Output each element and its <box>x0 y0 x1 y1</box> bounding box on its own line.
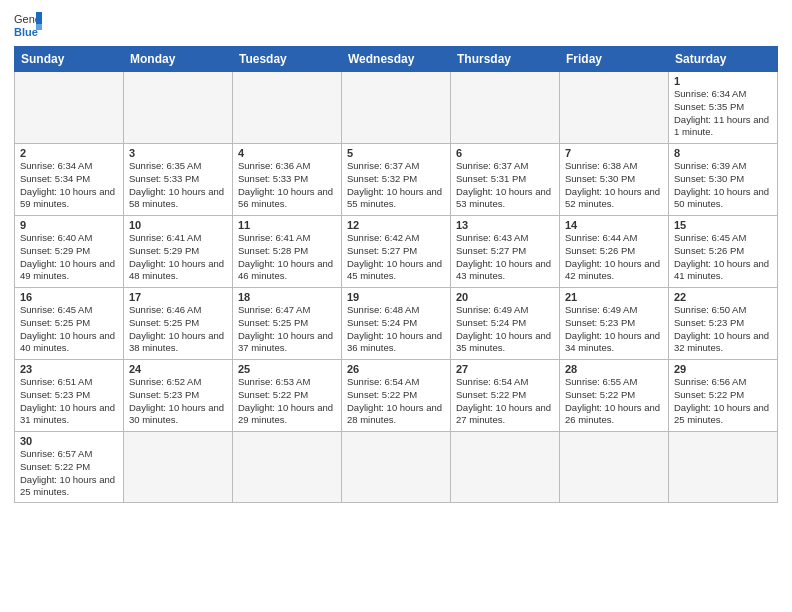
calendar-cell: 27Sunrise: 6:54 AM Sunset: 5:22 PM Dayli… <box>451 360 560 432</box>
day-info: Sunrise: 6:45 AM Sunset: 5:25 PM Dayligh… <box>20 304 118 355</box>
day-info: Sunrise: 6:41 AM Sunset: 5:29 PM Dayligh… <box>129 232 227 283</box>
day-number: 5 <box>347 147 445 159</box>
calendar-cell <box>124 432 233 503</box>
calendar-cell <box>124 72 233 144</box>
day-info: Sunrise: 6:37 AM Sunset: 5:31 PM Dayligh… <box>456 160 554 211</box>
day-number: 11 <box>238 219 336 231</box>
day-info: Sunrise: 6:56 AM Sunset: 5:22 PM Dayligh… <box>674 376 772 427</box>
day-number: 21 <box>565 291 663 303</box>
calendar-cell: 13Sunrise: 6:43 AM Sunset: 5:27 PM Dayli… <box>451 216 560 288</box>
calendar: SundayMondayTuesdayWednesdayThursdayFrid… <box>14 46 778 503</box>
calendar-cell: 2Sunrise: 6:34 AM Sunset: 5:34 PM Daylig… <box>15 144 124 216</box>
weekday-header-tuesday: Tuesday <box>233 47 342 72</box>
day-info: Sunrise: 6:37 AM Sunset: 5:32 PM Dayligh… <box>347 160 445 211</box>
calendar-cell: 15Sunrise: 6:45 AM Sunset: 5:26 PM Dayli… <box>669 216 778 288</box>
day-number: 30 <box>20 435 118 447</box>
day-info: Sunrise: 6:49 AM Sunset: 5:24 PM Dayligh… <box>456 304 554 355</box>
week-row-5: 23Sunrise: 6:51 AM Sunset: 5:23 PM Dayli… <box>15 360 778 432</box>
day-info: Sunrise: 6:54 AM Sunset: 5:22 PM Dayligh… <box>347 376 445 427</box>
svg-marker-2 <box>36 12 42 24</box>
day-number: 25 <box>238 363 336 375</box>
day-number: 26 <box>347 363 445 375</box>
week-row-4: 16Sunrise: 6:45 AM Sunset: 5:25 PM Dayli… <box>15 288 778 360</box>
day-number: 23 <box>20 363 118 375</box>
weekday-header-monday: Monday <box>124 47 233 72</box>
calendar-cell: 12Sunrise: 6:42 AM Sunset: 5:27 PM Dayli… <box>342 216 451 288</box>
svg-marker-3 <box>36 24 42 30</box>
day-number: 8 <box>674 147 772 159</box>
day-number: 3 <box>129 147 227 159</box>
calendar-cell: 19Sunrise: 6:48 AM Sunset: 5:24 PM Dayli… <box>342 288 451 360</box>
day-number: 28 <box>565 363 663 375</box>
day-number: 10 <box>129 219 227 231</box>
calendar-cell <box>451 432 560 503</box>
day-number: 4 <box>238 147 336 159</box>
day-number: 18 <box>238 291 336 303</box>
day-info: Sunrise: 6:46 AM Sunset: 5:25 PM Dayligh… <box>129 304 227 355</box>
weekday-header-thursday: Thursday <box>451 47 560 72</box>
day-number: 1 <box>674 75 772 87</box>
calendar-cell: 5Sunrise: 6:37 AM Sunset: 5:32 PM Daylig… <box>342 144 451 216</box>
day-info: Sunrise: 6:39 AM Sunset: 5:30 PM Dayligh… <box>674 160 772 211</box>
day-info: Sunrise: 6:51 AM Sunset: 5:23 PM Dayligh… <box>20 376 118 427</box>
day-info: Sunrise: 6:53 AM Sunset: 5:22 PM Dayligh… <box>238 376 336 427</box>
day-info: Sunrise: 6:47 AM Sunset: 5:25 PM Dayligh… <box>238 304 336 355</box>
day-number: 27 <box>456 363 554 375</box>
day-number: 19 <box>347 291 445 303</box>
day-number: 9 <box>20 219 118 231</box>
day-info: Sunrise: 6:41 AM Sunset: 5:28 PM Dayligh… <box>238 232 336 283</box>
calendar-cell: 8Sunrise: 6:39 AM Sunset: 5:30 PM Daylig… <box>669 144 778 216</box>
calendar-cell: 28Sunrise: 6:55 AM Sunset: 5:22 PM Dayli… <box>560 360 669 432</box>
day-number: 16 <box>20 291 118 303</box>
day-number: 17 <box>129 291 227 303</box>
calendar-cell: 24Sunrise: 6:52 AM Sunset: 5:23 PM Dayli… <box>124 360 233 432</box>
day-number: 20 <box>456 291 554 303</box>
calendar-cell: 25Sunrise: 6:53 AM Sunset: 5:22 PM Dayli… <box>233 360 342 432</box>
day-info: Sunrise: 6:55 AM Sunset: 5:22 PM Dayligh… <box>565 376 663 427</box>
calendar-cell: 10Sunrise: 6:41 AM Sunset: 5:29 PM Dayli… <box>124 216 233 288</box>
header: General Blue <box>14 10 778 38</box>
day-info: Sunrise: 6:40 AM Sunset: 5:29 PM Dayligh… <box>20 232 118 283</box>
calendar-cell <box>342 432 451 503</box>
day-info: Sunrise: 6:34 AM Sunset: 5:35 PM Dayligh… <box>674 88 772 139</box>
calendar-cell <box>451 72 560 144</box>
page: General Blue SundayMondayTuesdayWednesda… <box>0 0 792 612</box>
calendar-cell: 22Sunrise: 6:50 AM Sunset: 5:23 PM Dayli… <box>669 288 778 360</box>
week-row-3: 9Sunrise: 6:40 AM Sunset: 5:29 PM Daylig… <box>15 216 778 288</box>
weekday-header-sunday: Sunday <box>15 47 124 72</box>
day-number: 29 <box>674 363 772 375</box>
calendar-cell <box>669 432 778 503</box>
day-number: 22 <box>674 291 772 303</box>
day-number: 13 <box>456 219 554 231</box>
day-info: Sunrise: 6:52 AM Sunset: 5:23 PM Dayligh… <box>129 376 227 427</box>
day-info: Sunrise: 6:36 AM Sunset: 5:33 PM Dayligh… <box>238 160 336 211</box>
day-info: Sunrise: 6:45 AM Sunset: 5:26 PM Dayligh… <box>674 232 772 283</box>
generalblue-logo-icon: General Blue <box>14 10 42 38</box>
day-number: 24 <box>129 363 227 375</box>
calendar-cell: 29Sunrise: 6:56 AM Sunset: 5:22 PM Dayli… <box>669 360 778 432</box>
calendar-cell: 16Sunrise: 6:45 AM Sunset: 5:25 PM Dayli… <box>15 288 124 360</box>
calendar-cell <box>15 72 124 144</box>
calendar-cell: 1Sunrise: 6:34 AM Sunset: 5:35 PM Daylig… <box>669 72 778 144</box>
calendar-cell: 30Sunrise: 6:57 AM Sunset: 5:22 PM Dayli… <box>15 432 124 503</box>
day-number: 14 <box>565 219 663 231</box>
calendar-cell: 17Sunrise: 6:46 AM Sunset: 5:25 PM Dayli… <box>124 288 233 360</box>
day-number: 12 <box>347 219 445 231</box>
calendar-cell: 21Sunrise: 6:49 AM Sunset: 5:23 PM Dayli… <box>560 288 669 360</box>
week-row-2: 2Sunrise: 6:34 AM Sunset: 5:34 PM Daylig… <box>15 144 778 216</box>
calendar-cell: 20Sunrise: 6:49 AM Sunset: 5:24 PM Dayli… <box>451 288 560 360</box>
calendar-cell <box>233 432 342 503</box>
svg-text:Blue: Blue <box>14 26 38 38</box>
week-row-6: 30Sunrise: 6:57 AM Sunset: 5:22 PM Dayli… <box>15 432 778 503</box>
calendar-cell: 3Sunrise: 6:35 AM Sunset: 5:33 PM Daylig… <box>124 144 233 216</box>
weekday-header-friday: Friday <box>560 47 669 72</box>
day-number: 15 <box>674 219 772 231</box>
calendar-cell: 4Sunrise: 6:36 AM Sunset: 5:33 PM Daylig… <box>233 144 342 216</box>
calendar-cell <box>233 72 342 144</box>
weekday-header-row: SundayMondayTuesdayWednesdayThursdayFrid… <box>15 47 778 72</box>
calendar-cell <box>342 72 451 144</box>
day-info: Sunrise: 6:44 AM Sunset: 5:26 PM Dayligh… <box>565 232 663 283</box>
day-number: 2 <box>20 147 118 159</box>
logo: General Blue <box>14 10 42 38</box>
calendar-cell: 26Sunrise: 6:54 AM Sunset: 5:22 PM Dayli… <box>342 360 451 432</box>
